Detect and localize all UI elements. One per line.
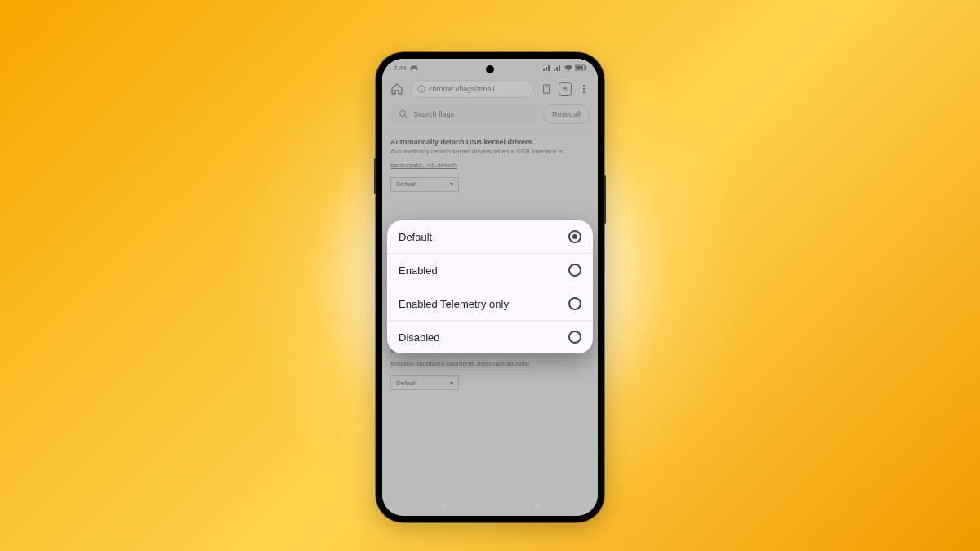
option-label: Enabled Telemetry only [399,298,509,310]
camera-punchhole [486,65,494,73]
wifi-icon [564,64,572,71]
android-navbar [382,496,598,516]
reader-mode-icon[interactable] [541,83,552,95]
option-label: Disabled [399,331,440,344]
reset-all-label: Reset all [552,110,581,118]
radio-unselected-icon [568,331,581,344]
signal-icon [554,64,562,71]
svg-point-14 [489,505,492,508]
url-text: chrome://flags/#mali [429,85,495,93]
chrome-toolbar: chrome://flags/#mali 5 [382,77,598,104]
flag-description: Automatically detach kernel drivers when… [390,148,590,156]
phone-screen: 7.44 🎮 chrome://flags/#mali 5 [382,59,598,516]
dropdown-popup: Default Enabled Enabled Telemetry only D… [387,220,593,353]
dropdown-option-enabled-telemetry[interactable]: Enabled Telemetry only [387,287,593,320]
search-flags-input[interactable]: Search flags [390,104,537,124]
nav-home-button[interactable] [485,501,495,511]
radio-unselected-icon [568,297,581,310]
flag-title: Automatically detach USB kernel drivers [390,138,590,146]
nav-recents-button[interactable] [532,501,542,511]
radio-selected-icon [568,230,581,243]
gamepad-icon: 🎮 [410,64,418,72]
svg-point-11 [400,111,406,117]
dropdown-option-disabled[interactable]: Disabled [387,320,593,353]
option-label: Default [399,231,432,243]
tab-count: 5 [564,86,567,93]
signal-icon [543,64,551,71]
info-icon [417,85,425,93]
phone-frame: 7.44 🎮 chrome://flags/#mali 5 [376,52,604,522]
chevron-down-icon: ▾ [450,180,453,188]
battery-icon [575,64,586,71]
svg-rect-6 [544,85,550,94]
svg-line-12 [405,116,408,118]
flag-anchor-link[interactable]: #disable-facilitated-payments-merchant-a… [390,360,529,367]
svg-point-10 [583,91,585,93]
flag-dropdown-value: Default [396,380,416,387]
svg-rect-15 [535,504,541,509]
flag-dropdown[interactable]: Default ▾ [390,375,459,390]
url-field[interactable]: chrome://flags/#mali [410,80,534,98]
flag-dropdown[interactable]: Default ▾ [390,177,459,192]
svg-point-8 [583,85,585,87]
nav-back-button[interactable] [438,501,448,511]
dropdown-option-default[interactable]: Default [387,220,593,253]
overflow-menu-icon[interactable] [578,83,590,95]
flags-search-row: Search flags Reset all [382,104,598,131]
svg-rect-1 [585,67,586,69]
flag-anchor-link[interactable]: #automatic-usb-detach [390,162,457,169]
option-label: Enabled [399,264,438,277]
flag-dropdown-value: Default [396,180,416,188]
reset-all-button[interactable]: Reset all [543,104,590,124]
tab-switcher[interactable]: 5 [559,82,572,96]
radio-unselected-icon [568,264,581,277]
chevron-down-icon: ▾ [450,380,453,387]
search-icon [399,109,408,119]
dropdown-option-enabled[interactable]: Enabled [387,253,593,287]
flag-entry: Automatically detach USB kernel drivers … [382,131,598,200]
search-placeholder: Search flags [413,110,454,118]
svg-point-9 [583,88,585,90]
status-time: 7.44 [394,64,407,72]
home-icon[interactable] [390,82,403,96]
svg-rect-2 [576,66,583,69]
